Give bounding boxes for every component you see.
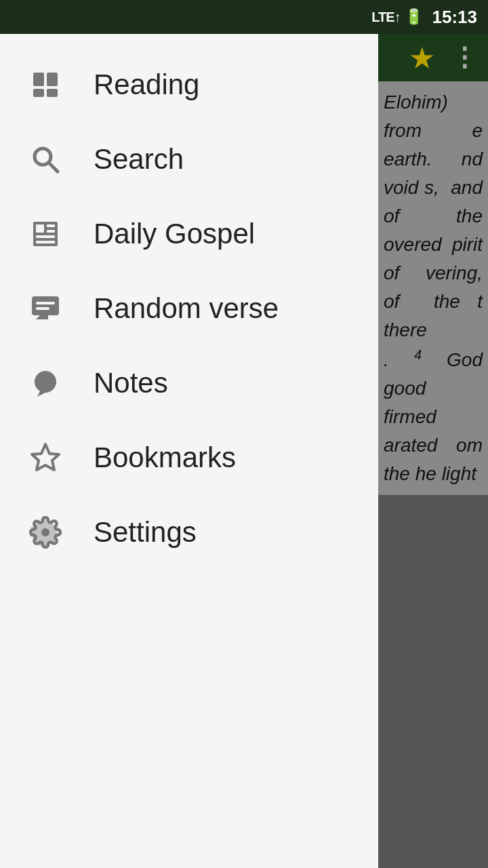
gear-icon xyxy=(29,516,62,549)
bg-toolbar: ★ ⋮ xyxy=(378,34,488,81)
daily-gospel-icon-container xyxy=(27,216,64,252)
daily-gospel-label: Daily Gospel xyxy=(94,218,255,250)
svg-rect-11 xyxy=(36,241,55,243)
drawer-menu: Reading Search Daily Gospel xyxy=(0,34,378,868)
menu-item-random-verse[interactable]: Random verse xyxy=(0,271,378,346)
menu-item-settings[interactable]: Settings xyxy=(0,495,378,570)
more-options-icon[interactable]: ⋮ xyxy=(451,43,477,73)
status-bar: LTE↑ 🔋 15:13 xyxy=(0,0,488,34)
reading-icon xyxy=(27,66,64,103)
svg-rect-7 xyxy=(36,224,44,233)
svg-rect-3 xyxy=(47,89,58,97)
list-chat-icon xyxy=(29,292,62,325)
settings-label: Settings xyxy=(94,516,197,549)
reading-label: Reading xyxy=(94,68,199,101)
random-verse-label: Random verse xyxy=(94,292,279,325)
menu-item-bookmarks[interactable]: Bookmarks xyxy=(0,420,378,495)
svg-point-16 xyxy=(35,371,56,393)
notes-icon-container xyxy=(27,365,64,401)
menu-item-daily-gospel[interactable]: Daily Gospel xyxy=(0,197,378,271)
newspaper-icon xyxy=(29,218,62,250)
menu-item-notes[interactable]: Notes xyxy=(0,346,378,420)
svg-rect-2 xyxy=(33,89,44,97)
svg-rect-1 xyxy=(47,73,58,86)
battery-icon: 🔋 xyxy=(405,8,423,26)
chat-icon xyxy=(29,367,62,399)
bookmarks-icon-container xyxy=(27,439,64,476)
svg-rect-13 xyxy=(36,302,55,304)
menu-item-search[interactable]: Search xyxy=(0,122,378,197)
settings-icon-container xyxy=(27,514,64,551)
svg-rect-10 xyxy=(36,235,55,238)
notes-label: Notes xyxy=(94,367,168,399)
search-label: Search xyxy=(94,143,184,176)
svg-line-5 xyxy=(49,163,58,172)
lte-icon: LTE↑ xyxy=(371,9,400,25)
svg-rect-12 xyxy=(32,296,59,315)
svg-rect-0 xyxy=(33,73,44,86)
star-outline-icon xyxy=(29,441,62,474)
search-icon-container xyxy=(27,141,64,178)
menu-item-reading[interactable]: Reading xyxy=(0,47,378,122)
bookmarks-label: Bookmarks xyxy=(94,441,236,474)
svg-rect-8 xyxy=(47,224,55,227)
svg-rect-14 xyxy=(36,307,49,310)
svg-marker-15 xyxy=(36,315,48,319)
random-verse-icon-container xyxy=(27,290,64,327)
status-icons: LTE↑ 🔋 15:13 xyxy=(371,7,477,28)
bg-bible-text: Elohim) from e earth. nd void s, and of … xyxy=(378,81,488,495)
svg-rect-9 xyxy=(47,230,55,233)
search-icon xyxy=(29,143,62,176)
status-time: 15:13 xyxy=(432,7,478,28)
svg-marker-18 xyxy=(32,444,59,470)
book-icon xyxy=(29,68,62,101)
bookmark-star-icon[interactable]: ★ xyxy=(409,41,435,75)
